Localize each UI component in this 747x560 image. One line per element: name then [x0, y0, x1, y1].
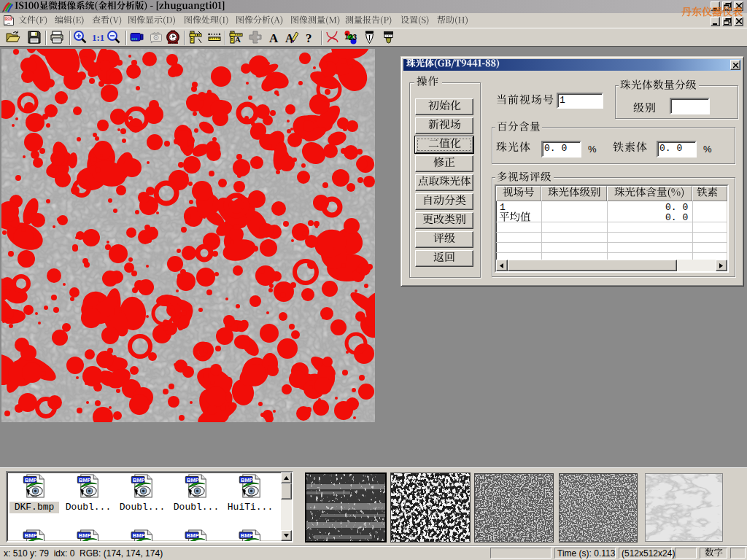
svg-text:?: ?	[306, 31, 312, 45]
svg-text:1:1: 1:1	[92, 32, 104, 43]
svg-text:A: A	[235, 35, 241, 44]
svg-text:A: A	[269, 31, 279, 45]
svg-text:3: 3	[353, 34, 357, 42]
svg-text:DOC: DOC	[6, 17, 12, 20]
